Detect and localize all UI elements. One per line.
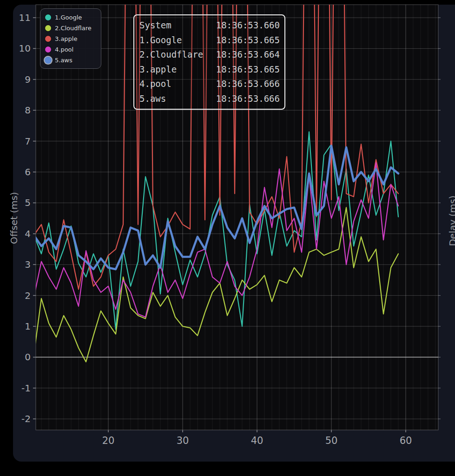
y-tick-label: 0 <box>25 351 31 363</box>
time-readout-box: System18:36:53.6601.Google18:36:53.6652.… <box>133 14 285 110</box>
x-tick-label: 20 <box>102 435 115 446</box>
readout-source-name: 4.pool <box>139 79 171 88</box>
legend-item-4-pool[interactable]: 4.pool <box>45 44 101 55</box>
legend-item-1-Google[interactable]: 1.Google <box>45 12 101 23</box>
readout-row: 5.aws18:36:53.666 <box>139 94 280 103</box>
y-tick-label: -2 <box>21 413 31 424</box>
readout-timestamp: 18:36:53.660 <box>216 21 280 30</box>
chart-legend[interactable]: 1.Google2.Cloudflare3.apple4.pool5.aws <box>40 8 101 69</box>
readout-timestamp: 18:36:53.666 <box>216 94 280 103</box>
legend-item-label: 1.Google <box>55 14 82 21</box>
readout-timestamp: 18:36:53.664 <box>216 50 280 59</box>
readout-source-name: 5.aws <box>139 94 166 103</box>
readout-row: System18:36:53.660 <box>139 21 280 30</box>
y-tick-label: 2 <box>25 290 31 301</box>
y-tick-label: 11 <box>19 12 31 23</box>
y-tick-label: 6 <box>25 166 31 178</box>
x-tick-label: 40 <box>251 435 264 446</box>
readout-source-name: 1.Google <box>139 36 182 45</box>
legend-swatch-icon <box>45 46 51 53</box>
app-window: -2-1012345678910112030405060 Offset (ms)… <box>0 0 455 476</box>
legend-item-label: 2.Cloudflare <box>55 25 92 32</box>
legend-item-2-Cloudflare[interactable]: 2.Cloudflare <box>45 23 101 33</box>
readout-timestamp: 18:36:53.665 <box>216 36 280 45</box>
y-tick-label: 1 <box>25 321 31 332</box>
y-tick-label: 10 <box>19 43 31 54</box>
legend-item-label: 5.aws <box>55 57 73 64</box>
legend-swatch-icon <box>45 57 52 64</box>
x-tick-label: 50 <box>325 435 338 446</box>
x-tick-label: 60 <box>400 435 412 446</box>
y-tick-label: 8 <box>25 105 31 116</box>
readout-row: 4.pool18:36:53.666 <box>139 79 280 88</box>
x-tick-label: 30 <box>177 435 189 446</box>
legend-item-label: 4.pool <box>55 46 73 53</box>
y-tick-label: 9 <box>25 74 31 85</box>
readout-row: 2.Cloudflare18:36:53.664 <box>139 50 280 59</box>
legend-item-3-apple[interactable]: 3.apple <box>45 33 101 44</box>
readout-row: 1.Google18:36:53.665 <box>139 36 280 45</box>
readout-timestamp: 18:36:53.666 <box>216 79 280 88</box>
legend-swatch-icon <box>45 14 51 20</box>
y-tick-label: 4 <box>25 228 31 239</box>
readout-source-name: 3.apple <box>139 65 177 74</box>
legend-swatch-icon <box>45 25 51 31</box>
legend-item-label: 3.apple <box>55 35 77 42</box>
y-tick-label: 3 <box>25 259 31 270</box>
y-tick-label: 7 <box>25 136 31 147</box>
legend-item-5-aws[interactable]: 5.aws <box>45 55 101 66</box>
readout-timestamp: 18:36:53.665 <box>216 65 280 74</box>
readout-source-name: 2.Cloudflare <box>139 50 203 59</box>
y-axis-label: Offset (ms) <box>8 184 20 252</box>
y-tick-label: 5 <box>25 197 31 208</box>
legend-swatch-icon <box>45 36 51 42</box>
readout-row: 3.apple18:36:53.665 <box>139 65 280 74</box>
adjacent-chart-y-axis-label-partial: Delay (ms) <box>447 188 455 253</box>
readout-source-name: System <box>139 21 171 30</box>
y-tick-label: -1 <box>21 383 31 394</box>
